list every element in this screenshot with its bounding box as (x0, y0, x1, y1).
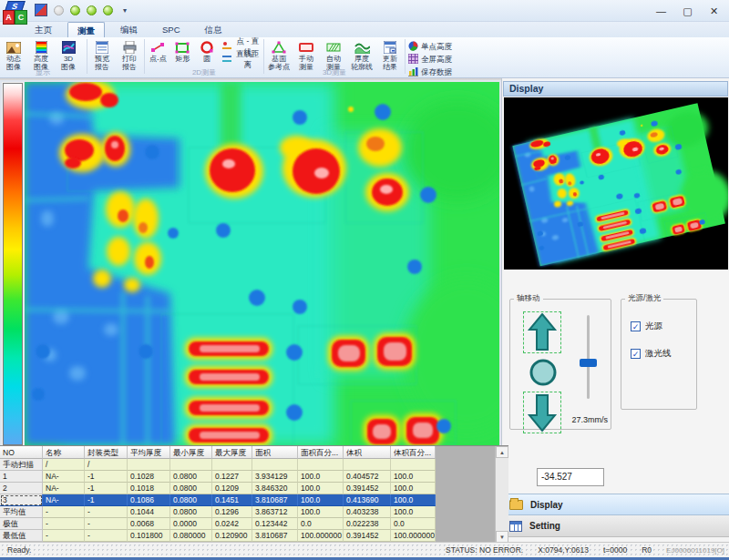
line-distance-button[interactable]: 直线距离 (220, 54, 262, 66)
table-cell (298, 459, 344, 471)
table-cell: 0.413690 (344, 494, 391, 506)
table-cell: 0.1296 (212, 506, 252, 518)
z-value-field[interactable]: -34.527 (537, 468, 604, 486)
laser-line-option[interactable]: ✓ 激光线 (631, 348, 672, 360)
ribbon-tab-row: 主页 测量 编辑 SPC 信息 (0, 22, 729, 37)
base-plane-icon (272, 40, 286, 55)
axis-stop-button[interactable] (528, 357, 559, 388)
maximize-button[interactable]: ▢ (674, 2, 701, 20)
table-cell (170, 459, 212, 471)
table-scrollbar[interactable]: ▲ ▼ (495, 446, 508, 542)
app-icon[interactable] (35, 4, 47, 16)
axis-down-button[interactable] (523, 392, 561, 433)
tab-edit[interactable]: 编辑 (111, 22, 147, 37)
scroll-up-icon[interactable]: ▲ (496, 446, 508, 458)
table-row[interactable]: 3NA--10.10860.08000.14513.810687100.00.4… (0, 494, 508, 506)
display-panel-header[interactable]: Display (503, 81, 728, 97)
table-cell: -1 (85, 471, 128, 483)
point-point-button[interactable]: 点-点 (146, 38, 170, 64)
results-table: NO名称封装类型平均厚度最小厚度最大厚度面积面积百分...体积体积百分...手动… (0, 445, 508, 542)
table-cell: 0.0800 (170, 506, 212, 518)
table-cell: 0.0 (298, 518, 344, 530)
axis-move-group: 轴移动 27.3mm/s (509, 293, 611, 430)
table-cell (128, 459, 170, 471)
tab-spc[interactable]: SPC (153, 22, 190, 37)
speed-slider[interactable] (587, 315, 590, 399)
table-cell (252, 459, 298, 471)
table-cell: 0.101800 (128, 530, 170, 542)
table-cell: 0.1227 (212, 471, 252, 483)
table-cell: 0.120900 (212, 530, 252, 542)
table-row[interactable]: 极值--0.00680.00000.02420.1234420.00.02223… (0, 518, 508, 530)
ribbon-group-report: 预览 报告 打印 报告 (88, 37, 143, 77)
table-header-cell[interactable]: 最小厚度 (170, 446, 212, 459)
table-cell: 1 (0, 471, 43, 483)
tab-home[interactable]: 主页 (26, 22, 61, 37)
table-header-cell[interactable]: 最大厚度 (212, 446, 252, 459)
table-header-cell[interactable]: 体积 (344, 446, 391, 459)
table-cell: 100.0 (298, 483, 344, 494)
circle-button[interactable]: 圆 (195, 38, 220, 64)
table-cell (212, 459, 252, 471)
status-led-4[interactable] (103, 5, 113, 15)
checkbox-checked-icon[interactable]: ✓ (631, 349, 641, 359)
speed-slider-handle[interactable] (580, 359, 597, 367)
table-header-row: NO名称封装类型平均厚度最小厚度最大厚度面积面积百分...体积体积百分... (0, 446, 508, 459)
table-header-cell[interactable]: 名称 (43, 446, 85, 459)
close-button[interactable]: ✕ (701, 2, 727, 20)
window-controls: — ▢ ✕ (648, 2, 727, 20)
print-report-button[interactable]: 打印 报告 (116, 38, 143, 72)
checkbox-checked-icon[interactable]: ✓ (631, 321, 641, 331)
axis-up-button[interactable] (523, 311, 561, 353)
table-row[interactable]: 手动扫描// (0, 459, 508, 471)
table-row[interactable]: 2NA--10.10180.08000.12093.846320100.00.3… (0, 483, 508, 494)
group-label-2d: 2D测量 (146, 67, 262, 77)
preview-report-button[interactable]: 预览 报告 (88, 38, 116, 72)
table-cell: 0.1086 (128, 494, 170, 506)
single-point-height-button[interactable]: 单点高度 (406, 41, 454, 53)
light-source-option[interactable]: ✓ 光源 (631, 321, 662, 332)
tab-measure[interactable]: 测量 (67, 22, 105, 37)
table-cell: / (85, 459, 128, 471)
nav-display[interactable]: Display (502, 494, 729, 515)
light-group-label: 光源/激光 (625, 293, 663, 304)
logo-letter-a: A (3, 10, 15, 25)
table-cell: 0.0242 (212, 518, 252, 530)
table-cell: NA- (43, 494, 85, 506)
quick-access-dropdown-icon[interactable]: ▾ (123, 6, 127, 15)
table-cell: 0.391452 (344, 530, 391, 542)
group-label-3d: 3D测量 (265, 67, 404, 77)
ribbon-group-2d: 点-点 矩形 圆 点 - 直线 直 (146, 37, 262, 77)
table-cell: 平均值 (0, 506, 43, 518)
full-screen-height-button[interactable]: 全屏高度 (406, 54, 454, 66)
table-cell: 0.404572 (344, 471, 391, 483)
save-data-button[interactable]: 保存数据 (406, 66, 454, 78)
quick-access-toolbar: ▾ (35, 4, 127, 16)
table-cell: - (85, 506, 128, 518)
status-led-2[interactable] (70, 5, 80, 15)
table-header-cell[interactable]: 面积百分... (298, 446, 344, 459)
tab-info[interactable]: 信息 (196, 22, 231, 37)
status-led-1[interactable] (54, 5, 64, 15)
rectangle-button[interactable]: 矩形 (170, 38, 195, 64)
full-screen-height-icon (408, 54, 418, 66)
rectangle-icon (175, 40, 190, 55)
status-led-3[interactable] (87, 5, 97, 15)
table-cell: 0.1028 (128, 471, 170, 483)
table-header-cell[interactable]: 面积 (252, 446, 298, 459)
table-header-cell[interactable]: 平均厚度 (128, 446, 170, 459)
status-error-state: STATUS: NO ERROR. (446, 545, 523, 555)
minimize-button[interactable]: — (648, 2, 674, 20)
table-header-cell[interactable]: 封装类型 (85, 446, 128, 459)
nav-setting[interactable]: Setting (502, 515, 729, 537)
table-row[interactable]: 平均值--0.10440.08000.12963.863712100.00.40… (0, 506, 508, 518)
table-cell: / (43, 459, 85, 471)
height-map-view[interactable] (25, 82, 499, 445)
table-row[interactable]: 最低值--0.1018000.0800000.1209003.810687100… (0, 530, 508, 542)
3d-view[interactable] (504, 97, 728, 270)
table-row[interactable]: 1NA--10.10280.08000.12273.934129100.00.4… (0, 471, 508, 483)
scroll-down-icon[interactable]: ▼ (496, 531, 508, 542)
table-cell: - (43, 518, 85, 530)
table-header-cell[interactable]: 体积百分... (391, 446, 436, 459)
table-header-cell[interactable]: NO (0, 446, 43, 459)
